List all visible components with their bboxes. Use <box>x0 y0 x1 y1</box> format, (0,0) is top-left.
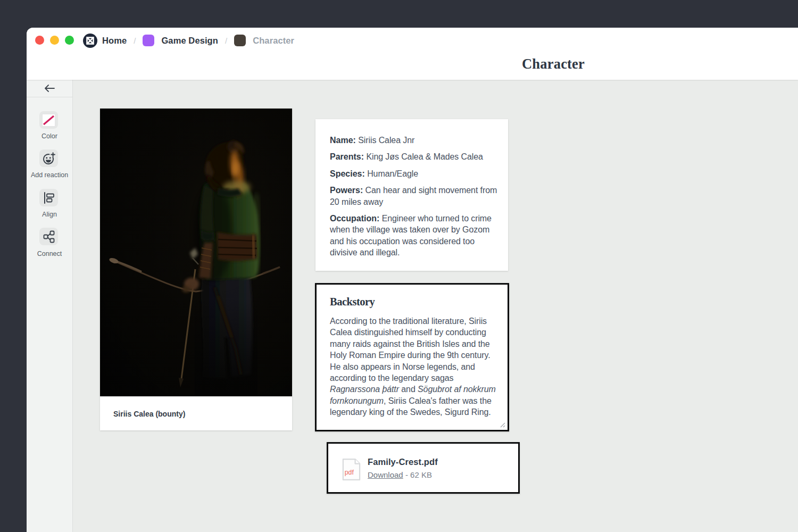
svg-text:pdf: pdf <box>345 469 354 476</box>
